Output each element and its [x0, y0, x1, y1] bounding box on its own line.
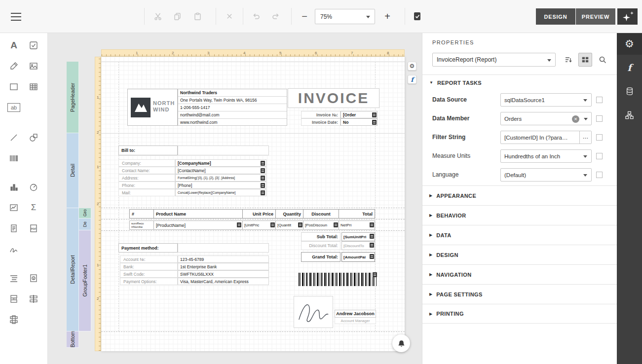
payment-row-value[interactable]: SWFTKUS6LXXX	[178, 270, 269, 278]
copy-icon[interactable]	[169, 8, 186, 25]
td-total[interactable]: NetPri	[339, 221, 375, 229]
bill-row-label[interactable]: Address:	[118, 174, 175, 182]
filter-string-input[interactable]: [CustomerID] In (?paramC...	[500, 131, 592, 144]
data-source-dropdown[interactable]: sqlDataSource1	[500, 93, 592, 107]
company-address[interactable]: One Portals Way, Twin Points WA, 98156	[178, 97, 287, 104]
band-page-header[interactable]: PageHeader	[67, 62, 79, 133]
invoice-no-label[interactable]: Invoice №:	[301, 111, 340, 118]
section-appearance[interactable]: APPEARANCE	[422, 185, 617, 205]
chart-control-icon[interactable]	[6, 180, 21, 194]
paste-icon[interactable]	[189, 8, 206, 25]
zoom-out-button[interactable]: −	[296, 8, 313, 25]
td-quantity[interactable]: [Quantit	[275, 221, 303, 229]
th-discount[interactable]: Discount	[303, 210, 339, 218]
page-break-icon[interactable]	[6, 291, 21, 306]
bill-to-value[interactable]	[178, 146, 269, 155]
th-quantity[interactable]: Quantity	[275, 210, 303, 218]
zoom-in-button[interactable]: +	[379, 8, 396, 25]
table-of-contents-icon[interactable]	[6, 271, 21, 286]
td-product-name[interactable]: [ProductName]	[153, 221, 242, 229]
delete-icon[interactable]	[221, 8, 238, 25]
cut-icon[interactable]	[150, 8, 166, 25]
td-discount[interactable]: [PosDiscoun	[303, 221, 339, 229]
picture-control-icon[interactable]	[26, 59, 41, 73]
logo-box[interactable]: NORTH WIND	[127, 89, 178, 126]
validate-icon[interactable]	[409, 8, 425, 25]
th-total[interactable]: Total	[339, 210, 375, 218]
th-product-name[interactable]: Product Name	[153, 210, 242, 218]
sort-button[interactable]	[562, 53, 575, 67]
search-button[interactable]	[596, 53, 609, 67]
band-group-header[interactable]: Gro	[79, 208, 91, 218]
properties-rail-button[interactable]: ⚙	[617, 33, 642, 55]
payment-row-label[interactable]: Swift Code:	[120, 270, 178, 278]
pdf-content-icon[interactable]: PDF	[26, 221, 41, 236]
bill-row-value[interactable]: Concat(Lower(Replace([CompanyName]	[175, 189, 266, 196]
field-checkbox[interactable]	[596, 134, 603, 141]
zoom-select[interactable]: 75%	[315, 9, 375, 24]
bill-row-value[interactable]: FormatString('{0}, {1}, {2}, {3}', [Addr…	[175, 174, 266, 182]
bill-row-label[interactable]: Phone:	[118, 182, 175, 189]
clear-icon[interactable]	[572, 115, 579, 123]
bill-row-label[interactable]: Mail:	[118, 189, 175, 196]
field-checkbox[interactable]	[596, 115, 603, 122]
shape-control-icon[interactable]	[26, 130, 41, 145]
panel-control-icon[interactable]	[6, 79, 21, 94]
bill-row-value[interactable]: [CompanyName]	[175, 159, 266, 167]
barcode-control-icon[interactable]	[6, 151, 21, 166]
company-email[interactable]: northwind@mail.com	[178, 111, 287, 119]
bill-row-value[interactable]: [Phone]	[175, 182, 266, 189]
section-navigation[interactable]: NAVIGATION	[422, 264, 617, 284]
label-control-icon[interactable]: A	[6, 38, 21, 53]
discount-total-value[interactable]: [DiscountTo	[341, 241, 375, 250]
table-header-row[interactable]: # Product Name Unit Price Quantity Disco…	[129, 209, 375, 218]
field-list-rail-button[interactable]	[617, 80, 642, 102]
field-checkbox[interactable]	[596, 153, 603, 159]
band-group-footer[interactable]: GroupFooter1	[79, 230, 91, 331]
bill-row-label[interactable]: Company:	[118, 159, 175, 167]
preview-button[interactable]: PREVIEW	[576, 8, 615, 25]
grand-total-value[interactable]: [AmountPai	[341, 252, 375, 262]
company-phone[interactable]: 1-206-555-1417	[178, 104, 287, 111]
payment-row-value[interactable]: Visa, MasterCard, American Express	[178, 278, 269, 285]
invoice-no-value[interactable]: [Order	[340, 111, 378, 118]
th-number[interactable]: #	[130, 210, 153, 218]
td-unit-price[interactable]: [UnitPric	[242, 221, 275, 229]
cross-band-line-icon[interactable]	[26, 291, 41, 306]
discount-total-label[interactable]: Discount Total:	[301, 241, 340, 250]
gauge-control-icon[interactable]	[26, 180, 41, 194]
report-explorer-rail-button[interactable]	[617, 104, 642, 126]
sigma-icon[interactable]: Σ	[26, 200, 41, 215]
company-name[interactable]: Northwind Traders	[178, 89, 287, 97]
ellipsis-button[interactable]	[579, 131, 591, 144]
invoice-title[interactable]: INVOICE	[288, 88, 379, 108]
band-bottom-margin[interactable]: Bottom	[67, 331, 79, 348]
doc-info-icon[interactable]	[26, 271, 41, 286]
design-surface[interactable]: PageHeader Detail DetailReport Bottom Gr…	[48, 33, 422, 364]
notifications-button[interactable]	[392, 334, 410, 352]
invoice-date-value[interactable]: No	[340, 118, 378, 126]
richtext-control-icon[interactable]	[6, 59, 21, 73]
undo-icon[interactable]	[248, 8, 264, 25]
page-settings-gear-button[interactable]: ⚙	[408, 62, 416, 71]
section-report-tasks[interactable]: REPORT TASKS	[422, 74, 617, 90]
company-website[interactable]: www.northwind.com	[178, 119, 287, 125]
bill-row-value[interactable]: [ContactName]	[175, 167, 266, 174]
payment-row-value[interactable]: 123-45-6789	[178, 255, 269, 263]
payment-row-value[interactable]: 1st Enterprise Bank	[178, 263, 269, 270]
redo-icon[interactable]	[267, 8, 284, 25]
td-record-number[interactable]: sumReco rtNumbe	[130, 221, 153, 229]
bill-to-label[interactable]: Bill to:	[118, 146, 178, 155]
menu-icon[interactable]	[11, 13, 21, 23]
sparkline-control-icon[interactable]	[6, 200, 21, 215]
expressions-rail-button[interactable]: f	[617, 57, 642, 78]
data-member-dropdown[interactable]: Orders	[500, 112, 592, 125]
barcode[interactable]	[299, 273, 377, 286]
signature-name[interactable]: Andrew Jacobson	[335, 310, 376, 318]
component-selector[interactable]: InvoiceReport (Report)	[432, 53, 556, 67]
section-design[interactable]: DESIGN	[422, 245, 617, 264]
signature-title[interactable]: Account Manager	[335, 318, 376, 324]
field-checkbox[interactable]	[596, 172, 603, 178]
page-info-control-icon[interactable]	[6, 221, 21, 236]
subtotal-label[interactable]: Sub Total:	[301, 232, 340, 241]
